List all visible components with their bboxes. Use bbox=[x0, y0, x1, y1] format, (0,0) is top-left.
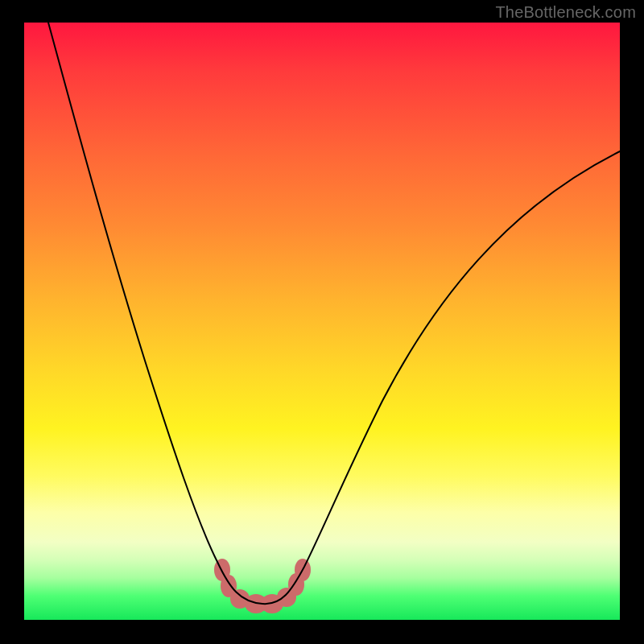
chart-overlay bbox=[24, 23, 620, 620]
watermark-text: TheBottleneck.com bbox=[495, 3, 636, 22]
valley-markers bbox=[214, 559, 311, 613]
bottleneck-curve bbox=[48, 23, 620, 604]
chart-frame: TheBottleneck.com bbox=[0, 0, 644, 644]
